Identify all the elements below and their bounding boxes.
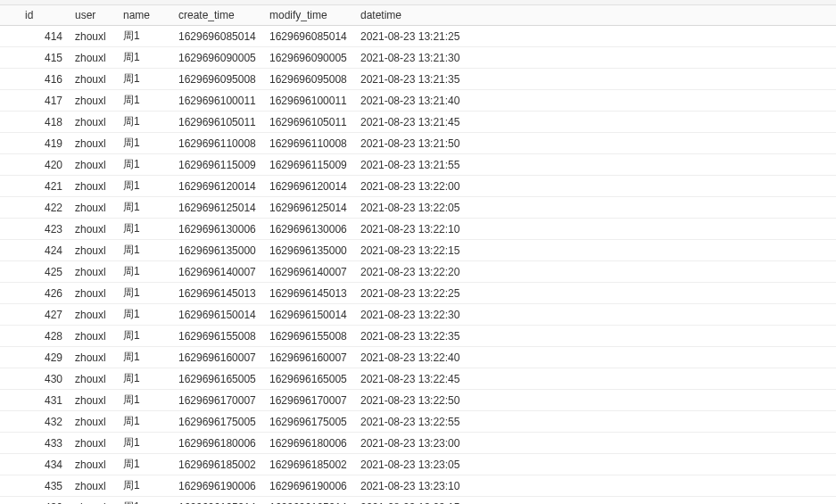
table-row[interactable]: 416zhouxl周116296960950081629696095008202… bbox=[0, 69, 836, 90]
cell-user: zhouxl bbox=[70, 26, 118, 47]
table-row[interactable]: 422zhouxl周116296961250141629696125014202… bbox=[0, 197, 836, 219]
cell-create-time: 1629696170007 bbox=[173, 390, 264, 411]
cell-create-time: 1629696110008 bbox=[173, 133, 264, 154]
cell-datetime: 2021-08-23 13:22:45 bbox=[355, 368, 489, 390]
cell-datetime: 2021-08-23 13:23:05 bbox=[355, 454, 489, 475]
cell-id: 418 bbox=[20, 112, 70, 133]
table-row[interactable]: 426zhouxl周116296961450131629696145013202… bbox=[0, 283, 836, 304]
cell-id: 414 bbox=[20, 26, 70, 47]
table-row[interactable]: 418zhouxl周116296961050111629696105011202… bbox=[0, 112, 836, 133]
cell-datetime: 2021-08-23 13:21:35 bbox=[355, 69, 489, 90]
cell-spacer bbox=[489, 26, 836, 47]
column-header-user[interactable]: user bbox=[70, 5, 118, 26]
table-row[interactable]: 435zhouxl周116296961900061629696190006202… bbox=[0, 475, 836, 497]
table-row[interactable]: 428zhouxl周116296961550081629696155008202… bbox=[0, 326, 836, 347]
table-row[interactable]: 417zhouxl周116296961000111629696100011202… bbox=[0, 90, 836, 112]
cell-spacer bbox=[489, 197, 836, 219]
cell-user: zhouxl bbox=[70, 347, 118, 368]
column-header-modify-time[interactable]: modify_time bbox=[264, 5, 355, 26]
table-row[interactable]: 421zhouxl周116296961200141629696120014202… bbox=[0, 176, 836, 197]
cell-spacer bbox=[489, 69, 836, 90]
cell-user: zhouxl bbox=[70, 390, 118, 411]
column-header-id[interactable]: id bbox=[20, 5, 70, 26]
cell-name: 周1 bbox=[118, 390, 173, 411]
table-row[interactable]: 432zhouxl周116296961750051629696175005202… bbox=[0, 411, 836, 433]
table-body: 414zhouxl周116296960850141629696085014202… bbox=[0, 26, 836, 505]
table-row[interactable]: 425zhouxl周116296961400071629696140007202… bbox=[0, 261, 836, 283]
data-grid[interactable]: id user name create_time modify_time dat… bbox=[0, 5, 836, 504]
cell-name: 周1 bbox=[118, 26, 173, 47]
cell-datetime: 2021-08-23 13:22:15 bbox=[355, 240, 489, 261]
cell-modify-time: 1629696170007 bbox=[264, 390, 355, 411]
table-row[interactable]: 415zhouxl周116296960900051629696090005202… bbox=[0, 47, 836, 69]
cell-spacer bbox=[489, 176, 836, 197]
cell-user: zhouxl bbox=[70, 133, 118, 154]
cell-datetime: 2021-08-23 13:22:10 bbox=[355, 219, 489, 240]
table-row[interactable]: 419zhouxl周116296961100081629696110008202… bbox=[0, 133, 836, 154]
row-gutter bbox=[0, 454, 20, 475]
cell-create-time: 1629696100011 bbox=[173, 90, 264, 112]
table-row[interactable]: 420zhouxl周116296961150091629696115009202… bbox=[0, 154, 836, 176]
cell-modify-time: 1629696120014 bbox=[264, 176, 355, 197]
cell-name: 周1 bbox=[118, 197, 173, 219]
row-gutter bbox=[0, 26, 20, 47]
table-row[interactable]: 430zhouxl周116296961650051629696165005202… bbox=[0, 368, 836, 390]
cell-user: zhouxl bbox=[70, 475, 118, 497]
cell-id: 429 bbox=[20, 347, 70, 368]
column-header-create-time[interactable]: create_time bbox=[173, 5, 264, 26]
column-header-datetime[interactable]: datetime bbox=[355, 5, 489, 26]
cell-name: 周1 bbox=[118, 475, 173, 497]
cell-datetime: 2021-08-23 13:21:30 bbox=[355, 47, 489, 69]
table-row[interactable]: 414zhouxl周116296960850141629696085014202… bbox=[0, 26, 836, 47]
table-row[interactable]: 427zhouxl周116296961500141629696150014202… bbox=[0, 304, 836, 326]
column-header-name[interactable]: name bbox=[118, 5, 173, 26]
cell-name: 周1 bbox=[118, 347, 173, 368]
cell-create-time: 1629696125014 bbox=[173, 197, 264, 219]
cell-modify-time: 1629696110008 bbox=[264, 133, 355, 154]
cell-user: zhouxl bbox=[70, 368, 118, 390]
table-row[interactable]: 436zhouxl周116296961950141629696195014202… bbox=[0, 497, 836, 505]
cell-create-time: 1629696145013 bbox=[173, 283, 264, 304]
table-row[interactable]: 429zhouxl周116296961600071629696160007202… bbox=[0, 347, 836, 368]
cell-id: 428 bbox=[20, 326, 70, 347]
cell-modify-time: 1629696095008 bbox=[264, 69, 355, 90]
table-row[interactable]: 431zhouxl周116296961700071629696170007202… bbox=[0, 390, 836, 411]
cell-user: zhouxl bbox=[70, 112, 118, 133]
cell-name: 周1 bbox=[118, 112, 173, 133]
cell-create-time: 1629696085014 bbox=[173, 26, 264, 47]
cell-name: 周1 bbox=[118, 90, 173, 112]
cell-name: 周1 bbox=[118, 69, 173, 90]
cell-user: zhouxl bbox=[70, 283, 118, 304]
cell-modify-time: 1629696195014 bbox=[264, 497, 355, 505]
cell-datetime: 2021-08-23 13:21:25 bbox=[355, 26, 489, 47]
cell-create-time: 1629696120014 bbox=[173, 176, 264, 197]
cell-spacer bbox=[489, 47, 836, 69]
cell-name: 周1 bbox=[118, 219, 173, 240]
cell-id: 419 bbox=[20, 133, 70, 154]
table-row[interactable]: 424zhouxl周116296961350001629696135000202… bbox=[0, 240, 836, 261]
table-row[interactable]: 433zhouxl周116296961800061629696180006202… bbox=[0, 433, 836, 454]
cell-spacer bbox=[489, 304, 836, 326]
cell-id: 426 bbox=[20, 283, 70, 304]
cell-id: 434 bbox=[20, 454, 70, 475]
cell-name: 周1 bbox=[118, 154, 173, 176]
cell-id: 424 bbox=[20, 240, 70, 261]
cell-spacer bbox=[489, 390, 836, 411]
cell-datetime: 2021-08-23 13:22:35 bbox=[355, 326, 489, 347]
table-row[interactable]: 434zhouxl周116296961850021629696185002202… bbox=[0, 454, 836, 475]
cell-spacer bbox=[489, 326, 836, 347]
row-gutter bbox=[0, 47, 20, 69]
cell-user: zhouxl bbox=[70, 240, 118, 261]
cell-name: 周1 bbox=[118, 304, 173, 326]
cell-id: 416 bbox=[20, 69, 70, 90]
row-gutter bbox=[0, 219, 20, 240]
cell-name: 周1 bbox=[118, 433, 173, 454]
cell-spacer bbox=[489, 154, 836, 176]
cell-modify-time: 1629696130006 bbox=[264, 219, 355, 240]
column-header-spacer bbox=[489, 5, 836, 26]
cell-spacer bbox=[489, 240, 836, 261]
cell-modify-time: 1629696180006 bbox=[264, 433, 355, 454]
cell-modify-time: 1629696125014 bbox=[264, 197, 355, 219]
table-row[interactable]: 423zhouxl周116296961300061629696130006202… bbox=[0, 219, 836, 240]
cell-datetime: 2021-08-23 13:22:25 bbox=[355, 283, 489, 304]
